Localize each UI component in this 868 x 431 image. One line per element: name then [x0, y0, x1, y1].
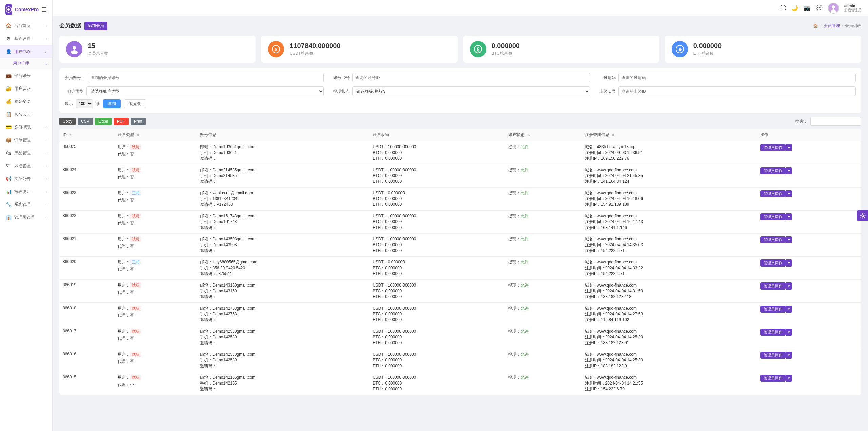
copy-button[interactable]: Copy [59, 118, 76, 125]
sidebar-item-admin-management[interactable]: 👔 管理员管理 ‹ [0, 211, 52, 224]
admin-action-dropdown[interactable]: ▾ [786, 190, 792, 197]
svg-text:◆: ◆ [678, 47, 682, 52]
sidebar-item-product-management[interactable]: 🛍 产品管理 ‹ [0, 146, 52, 159]
cell-id: 866020 [59, 257, 114, 280]
sidebar-item-user-auth[interactable]: 🔐 用户认证 [0, 82, 52, 95]
cell-status: 提现：允许 [505, 257, 581, 280]
sort-icon-id[interactable]: ⇅ [69, 133, 72, 137]
sidebar-item-announcement[interactable]: 📢 文章公告 ‹ [0, 172, 52, 185]
sidebar-item-system[interactable]: 🔧 系统管理 ‹ [0, 198, 52, 211]
admin-action-dropdown[interactable]: ▾ [786, 352, 792, 359]
admin-action-button[interactable]: 管理员操作 [760, 213, 786, 220]
show-label: 显示 [65, 101, 73, 107]
fund-movement-icon: 💰 [5, 98, 12, 104]
table-toolbar: Copy CSV Excel PDF Print 搜索： [59, 117, 861, 126]
admin-action-button[interactable]: 管理员操作 [760, 282, 786, 290]
admin-action-dropdown[interactable]: ▾ [786, 306, 792, 313]
stat-label-members: 会员总人数 [88, 51, 108, 56]
admin-action-button[interactable]: 管理员操作 [760, 306, 786, 313]
show-count-select[interactable]: 100 50 25 [76, 99, 93, 108]
user-type-tag: 试玩 [130, 352, 141, 357]
admin-action-dropdown[interactable]: ▾ [786, 282, 792, 290]
stat-icon-btc: ₿ [470, 41, 486, 57]
invite-code-input[interactable] [618, 73, 856, 82]
member-account-input[interactable] [88, 73, 324, 82]
sidebar-item-recharge[interactable]: 💳 充值提现 ‹ [0, 121, 52, 134]
csv-button[interactable]: CSV [78, 118, 93, 125]
cell-action: 管理员操作 ▾ [757, 303, 861, 326]
add-member-button[interactable]: 添加会员 [84, 22, 107, 30]
sidebar-subitem-user-management[interactable]: 用户管理 ‹ [0, 58, 52, 69]
col-login-info[interactable]: 注册登陆信息 ⇅ [581, 129, 757, 141]
admin-management-icon: 👔 [5, 214, 12, 220]
sidebar-item-dashboard[interactable]: 🏠 后台首页 ‹ [0, 19, 52, 32]
sidebar-item-label: 系统管理 [14, 202, 46, 208]
query-button[interactable]: 查询 [103, 99, 121, 108]
admin-action-button[interactable]: 管理员操作 [760, 352, 786, 359]
agent-label: 代理：否 [118, 174, 193, 180]
sidebar-item-platform-account[interactable]: 💼 平台账号 [0, 69, 52, 82]
sidebar-item-reports[interactable]: 📊 报表统计 ‹ [0, 185, 52, 198]
admin-action-button[interactable]: 管理员操作 [760, 259, 786, 267]
sidebar-item-order-management[interactable]: 📦 订单管理 ‹ [0, 134, 52, 146]
admin-action-button[interactable]: 管理员操作 [760, 329, 786, 336]
sidebar-item-real-name[interactable]: 📋 实名认证 [0, 108, 52, 121]
superior-id-input[interactable] [618, 86, 856, 96]
reset-button[interactable]: 初始化 [124, 99, 146, 108]
show-row: 显示 100 50 25 条 [65, 99, 100, 108]
agent-label: 代理：否 [118, 336, 193, 341]
fullscreen-icon[interactable]: ⛶ [781, 5, 786, 11]
admin-action-dropdown[interactable]: ▾ [786, 375, 792, 382]
pdf-button[interactable]: PDF [114, 118, 129, 125]
admin-action-button[interactable]: 管理员操作 [760, 236, 786, 243]
col-status[interactable]: 账户状态 ⇅ [505, 129, 581, 141]
account-type-select[interactable]: 请选择账户类型 用户 代理 [86, 86, 324, 96]
user-type: 用户：试玩 [118, 282, 193, 288]
admin-action-dropdown[interactable]: ▾ [786, 236, 792, 243]
cell-account-type: 用户：正式 代理：否 [114, 188, 197, 211]
real-name-icon: 📋 [5, 111, 12, 117]
user-center-submenu: 用户管理 ‹ [0, 58, 52, 69]
cell-action: 管理员操作 ▾ [757, 349, 861, 372]
sidebar-item-user-center[interactable]: 👤 用户中心 ∨ [0, 45, 52, 58]
sidebar-item-risk-control[interactable]: 🛡 风控管理 ‹ [0, 159, 52, 172]
admin-action-dropdown[interactable]: ▾ [786, 329, 792, 336]
theme-icon[interactable]: 🌙 [791, 5, 798, 11]
cell-action: 管理员操作 ▾ [757, 211, 861, 234]
sidebar-item-basic-settings[interactable]: ⚙ 基础设置 ‹ [0, 32, 52, 45]
withdraw-status-select[interactable]: 请选择提现状态 允许 禁止 [352, 86, 590, 96]
message-icon[interactable]: 💬 [816, 5, 823, 11]
svg-point-5 [71, 50, 78, 54]
camera-icon[interactable]: 📷 [804, 5, 810, 11]
admin-action-dropdown[interactable]: ▾ [786, 144, 792, 151]
home-icon[interactable]: 🏠 [813, 24, 818, 28]
admin-action-dropdown[interactable]: ▾ [786, 259, 792, 267]
avatar[interactable] [828, 3, 839, 14]
sidebar-item-fund-movement[interactable]: 💰 资金变动 [0, 95, 52, 108]
cell-status: 提现：允许 [505, 349, 581, 372]
breadcrumb-member-management[interactable]: 会员管理 [824, 23, 840, 29]
platform-account-icon: 💼 [5, 73, 12, 79]
table-row: 866018 用户：试玩 代理：否 邮箱：Demo142753gmail.com… [59, 303, 861, 326]
admin-action-button[interactable]: 管理员操作 [760, 375, 786, 382]
menu-toggle-icon[interactable]: ☰ [41, 6, 47, 13]
cell-id: 866024 [59, 164, 114, 188]
sort-icon-login-info[interactable]: ⇅ [612, 133, 614, 137]
filter-withdraw-status-label: 提现状态 [331, 89, 350, 94]
print-button[interactable]: Print [131, 118, 146, 125]
admin-action-button[interactable]: 管理员操作 [760, 144, 786, 151]
admin-action-dropdown[interactable]: ▾ [786, 213, 792, 220]
chevron-icon: ‹ [46, 177, 47, 181]
admin-action-button[interactable]: 管理员操作 [760, 167, 786, 174]
settings-fab[interactable] [857, 210, 868, 221]
table-search-input[interactable] [810, 117, 861, 126]
col-account-type[interactable]: 账户类型 ⇅ [114, 129, 197, 141]
col-id[interactable]: ID ⇅ [59, 129, 114, 141]
admin-action-button[interactable]: 管理员操作 [760, 190, 786, 197]
cell-id: 866023 [59, 188, 114, 211]
account-id-input[interactable] [352, 73, 590, 82]
sort-icon-status[interactable]: ⇅ [527, 133, 530, 137]
excel-button[interactable]: Excel [95, 118, 112, 125]
sort-icon-account-type[interactable]: ⇅ [137, 133, 139, 137]
admin-action-dropdown[interactable]: ▾ [786, 167, 792, 174]
